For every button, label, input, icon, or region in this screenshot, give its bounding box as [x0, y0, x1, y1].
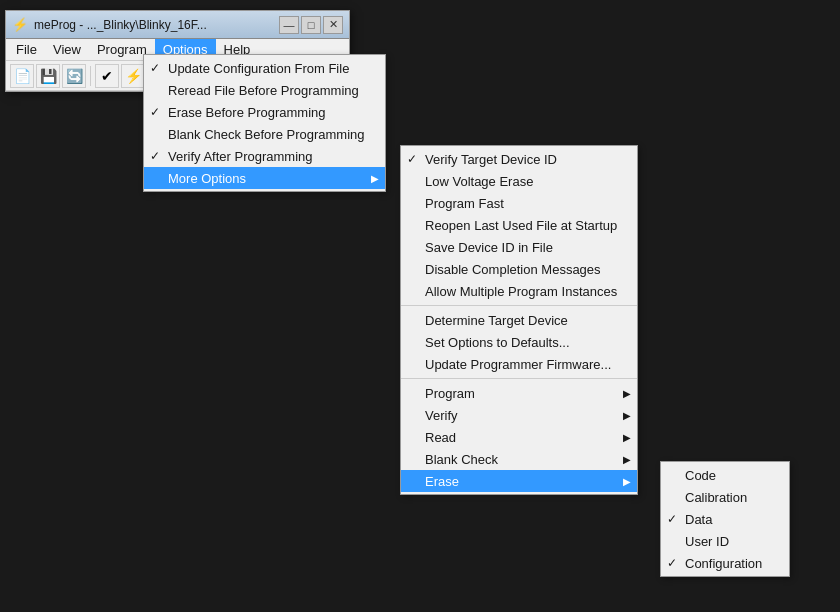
- app-icon: ⚡: [12, 17, 28, 32]
- menu-item-verify-device-id[interactable]: ✓ Verify Target Device ID: [401, 148, 637, 170]
- check-verify-device: ✓: [407, 152, 417, 166]
- menu-item-save-device-id[interactable]: Save Device ID in File: [401, 236, 637, 258]
- refresh-button[interactable]: 🔄: [62, 64, 86, 88]
- options-menu: ✓ Update Configuration From File Reread …: [143, 54, 386, 192]
- check-erase-before: ✓: [150, 105, 160, 119]
- more-options-menu: ✓ Verify Target Device ID Low Voltage Er…: [400, 145, 638, 495]
- menu-item-determine-target[interactable]: Determine Target Device: [401, 309, 637, 331]
- check-erase-data: ✓: [667, 512, 677, 526]
- menu-item-disable-completion[interactable]: Disable Completion Messages: [401, 258, 637, 280]
- verify-arrow: ▶: [623, 410, 631, 421]
- menu-item-allow-multiple[interactable]: Allow Multiple Program Instances: [401, 280, 637, 302]
- check-update-config: ✓: [150, 61, 160, 75]
- minimize-button[interactable]: —: [279, 16, 299, 34]
- window-title: meProg - ..._Blinky\Blinky_16F...: [34, 18, 207, 32]
- menu-item-erase-configuration[interactable]: ✓ Configuration: [661, 552, 789, 574]
- title-controls: — □ ✕: [279, 16, 343, 34]
- erase-menu: Code Calibration ✓ Data User ID ✓ Config…: [660, 461, 790, 577]
- close-button[interactable]: ✕: [323, 16, 343, 34]
- menu-item-reread-file[interactable]: Reread File Before Programming: [144, 79, 385, 101]
- more-options-arrow: ▶: [371, 173, 379, 184]
- menu-item-verify[interactable]: Verify ▶: [401, 404, 637, 426]
- menu-item-erase-calibration[interactable]: Calibration: [661, 486, 789, 508]
- menu-item-more-options[interactable]: More Options ▶: [144, 167, 385, 189]
- program-button[interactable]: ⚡: [121, 64, 145, 88]
- program-arrow: ▶: [623, 388, 631, 399]
- menu-item-erase-userid[interactable]: User ID: [661, 530, 789, 552]
- menu-item-erase-data[interactable]: ✓ Data: [661, 508, 789, 530]
- menu-view[interactable]: View: [45, 39, 89, 61]
- menu-item-reopen-last[interactable]: Reopen Last Used File at Startup: [401, 214, 637, 236]
- title-bar-left: ⚡ meProg - ..._Blinky\Blinky_16F...: [12, 17, 207, 32]
- menu-item-blank-check-sub[interactable]: Blank Check ▶: [401, 448, 637, 470]
- blank-check-arrow: ▶: [623, 454, 631, 465]
- erase-arrow: ▶: [623, 476, 631, 487]
- new-button[interactable]: 📄: [10, 64, 34, 88]
- verify-button[interactable]: ✔: [95, 64, 119, 88]
- menu-item-blank-check[interactable]: Blank Check Before Programming: [144, 123, 385, 145]
- toolbar-separator: [90, 66, 91, 86]
- maximize-button[interactable]: □: [301, 16, 321, 34]
- menu-file[interactable]: File: [8, 39, 45, 61]
- menu-item-update-config[interactable]: ✓ Update Configuration From File: [144, 57, 385, 79]
- menu-item-verify-after[interactable]: ✓ Verify After Programming: [144, 145, 385, 167]
- title-bar: ⚡ meProg - ..._Blinky\Blinky_16F... — □ …: [6, 11, 349, 39]
- menu-item-erase-code[interactable]: Code: [661, 464, 789, 486]
- separator-2: [401, 378, 637, 379]
- save-button[interactable]: 💾: [36, 64, 60, 88]
- menu-item-set-defaults[interactable]: Set Options to Defaults...: [401, 331, 637, 353]
- menu-item-program[interactable]: Program ▶: [401, 382, 637, 404]
- menu-item-update-firmware[interactable]: Update Programmer Firmware...: [401, 353, 637, 375]
- menu-item-low-voltage[interactable]: Low Voltage Erase: [401, 170, 637, 192]
- check-erase-config: ✓: [667, 556, 677, 570]
- menu-item-erase-before[interactable]: ✓ Erase Before Programming: [144, 101, 385, 123]
- menu-item-erase[interactable]: Erase ▶: [401, 470, 637, 492]
- check-verify-after: ✓: [150, 149, 160, 163]
- menu-item-read[interactable]: Read ▶: [401, 426, 637, 448]
- separator-1: [401, 305, 637, 306]
- read-arrow: ▶: [623, 432, 631, 443]
- menu-item-program-fast[interactable]: Program Fast: [401, 192, 637, 214]
